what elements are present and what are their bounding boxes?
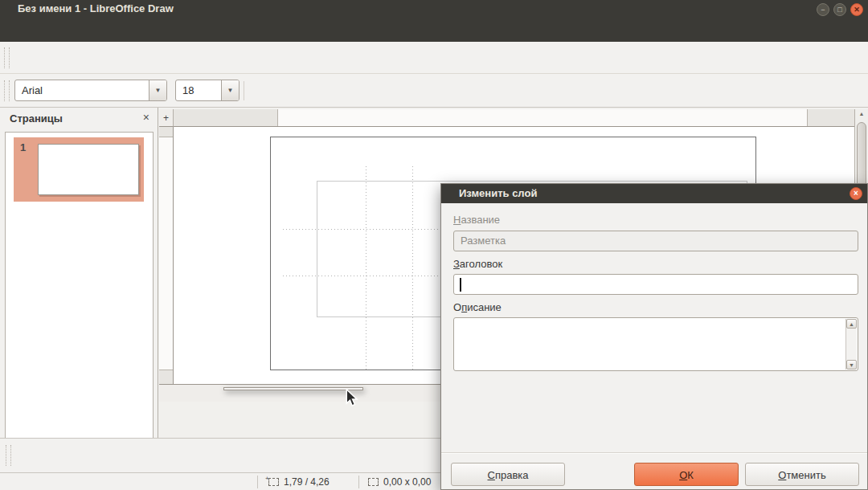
title-field[interactable] (453, 274, 858, 295)
size-icon (368, 478, 379, 486)
scroll-up-icon[interactable]: ▲ (846, 319, 857, 329)
page-thumbnail-preview[interactable] (38, 144, 139, 195)
edit-layer-dialog: Изменить слой × Название Разметка Заголо… (440, 183, 868, 490)
pages-panel-header: Страницы × (0, 108, 158, 130)
page-thumbnail[interactable]: 1 (14, 137, 144, 202)
menubar (0, 19, 868, 42)
vertical-ruler[interactable] (159, 127, 174, 384)
ruler-origin-corner: + (159, 109, 174, 127)
toolbar-grip[interactable] (4, 47, 10, 68)
object-size-pane: 0,00 x 0,00 (368, 476, 431, 488)
ok-button[interactable]: ОК (634, 463, 739, 486)
window-title: Без имени 1 - LibreOffice Draw (18, 2, 174, 14)
standard-toolbar (0, 42, 868, 74)
title-label: Заголовок (453, 258, 502, 270)
text-caret (460, 278, 461, 292)
font-name-combo[interactable]: Arial ▼ (14, 80, 167, 101)
dialog-titlebar: Изменить слой × (441, 184, 867, 203)
scroll-up-icon[interactable]: ▲ (857, 111, 866, 116)
formatting-toolbar: Arial ▼ 18 ▼ (0, 74, 868, 108)
grid-line (412, 166, 413, 370)
cursor-position-pane: + 1,79 / 4,26 (268, 476, 330, 488)
pages-panel: Страницы × 1 (0, 108, 158, 438)
page-number: 1 (20, 141, 26, 153)
close-button[interactable]: ✕ (850, 3, 863, 16)
description-label: Описание (453, 301, 502, 313)
toolbar-grip[interactable] (6, 445, 11, 466)
position-icon: + (268, 478, 279, 486)
scroll-down-icon[interactable]: ▼ (846, 360, 857, 370)
chevron-down-icon[interactable]: ▼ (221, 80, 239, 100)
horizontal-ruler[interactable] (174, 109, 854, 127)
object-size: 0,00 x 0,00 (383, 476, 431, 488)
font-size-combo[interactable]: 18 ▼ (175, 80, 240, 101)
toolbar-grip[interactable] (4, 80, 10, 101)
minimize-button[interactable]: − (817, 3, 829, 16)
name-label: Название (453, 214, 500, 226)
name-field: Разметка (453, 231, 858, 251)
maximize-button[interactable]: □ (833, 3, 846, 16)
close-icon[interactable]: × (850, 187, 862, 200)
close-icon[interactable]: × (143, 111, 149, 124)
mouse-cursor (345, 389, 359, 411)
libreoffice-draw-window: Без имени 1 - LibreOffice Draw −□✕ Arial… (0, 0, 868, 490)
font-name-value[interactable]: Arial (15, 84, 149, 96)
window-controls: −□✕ (817, 3, 863, 16)
cancel-button[interactable]: Отменить (745, 463, 859, 486)
cursor-position: 1,79 / 4,26 (284, 476, 330, 488)
font-size-value[interactable]: 18 (176, 84, 221, 96)
description-field[interactable]: ▲ ▼ (453, 317, 858, 371)
titlebar: Без имени 1 - LibreOffice Draw −□✕ (0, 0, 868, 19)
dialog-separator (441, 452, 867, 454)
help-button[interactable]: Справка (451, 463, 565, 486)
dialog-title: Изменить слой (459, 187, 537, 199)
layer-context-menu (223, 387, 363, 390)
chevron-down-icon[interactable]: ▼ (149, 80, 166, 100)
pages-list: 1 (5, 132, 154, 438)
grid-line (366, 166, 366, 370)
pages-panel-title: Страницы (10, 112, 63, 125)
textarea-scrollbar[interactable]: ▲ ▼ (845, 319, 857, 370)
